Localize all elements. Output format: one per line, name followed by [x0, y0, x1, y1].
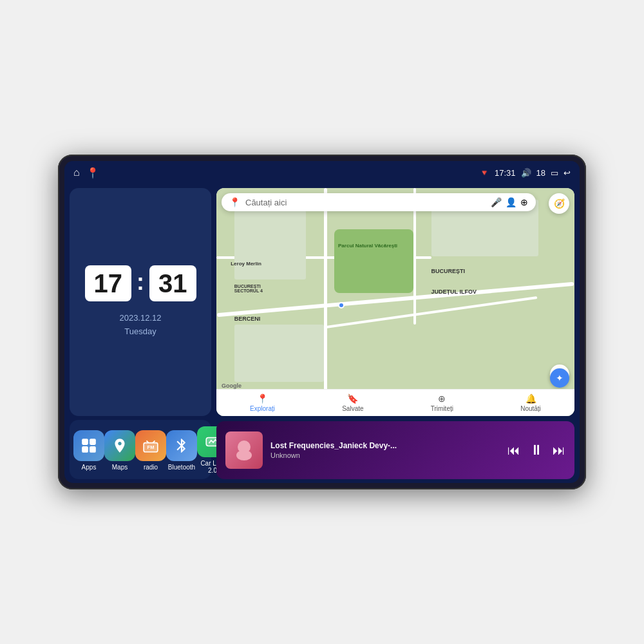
- svg-text:FM: FM: [147, 444, 155, 450]
- app-item-radio[interactable]: FM radio: [135, 430, 166, 471]
- account-icon[interactable]: 👤: [506, 197, 516, 207]
- back-icon[interactable]: ↩: [564, 168, 571, 178]
- clock-hours: 17: [85, 265, 132, 301]
- explore-icon: 📍: [257, 393, 268, 404]
- app-item-maps[interactable]: Maps: [104, 430, 135, 471]
- next-button[interactable]: ⏭: [553, 443, 565, 458]
- home-icon[interactable]: ⌂: [73, 167, 80, 178]
- explore-label: Explorați: [250, 405, 275, 412]
- bluetooth-label: Bluetooth: [168, 464, 195, 471]
- svg-rect-3: [90, 446, 96, 453]
- apps-label: Apps: [82, 464, 97, 471]
- music-controls: ⏮ ⏸ ⏭: [507, 442, 565, 459]
- map-bottom-nav: 📍 Explorați 🔖 Salvate ⊕ Trimiteți 🔔: [216, 389, 574, 416]
- app-item-apps[interactable]: Apps: [73, 430, 104, 471]
- svg-rect-0: [82, 439, 88, 445]
- saved-label: Salvate: [342, 405, 363, 412]
- map-navigate-button[interactable]: ✦: [550, 368, 569, 388]
- music-album-art: [225, 431, 263, 469]
- maps-label: Maps: [112, 464, 128, 471]
- svg-rect-2: [82, 446, 88, 453]
- saved-icon: 🔖: [347, 393, 358, 404]
- device: ⌂ 📍 🔻 17:31 🔊 18 ▭ ↩ 17 :: [58, 155, 586, 489]
- prev-button[interactable]: ⏮: [507, 443, 520, 458]
- album-art-image: [225, 431, 263, 469]
- news-icon: 🔔: [526, 393, 536, 404]
- maps-pin-icon: 📍: [229, 197, 240, 207]
- music-info: Lost Frequencies_Janieck Devy-... Unknow…: [270, 441, 500, 459]
- main-content: 17 : 31 2023.12.12 Tuesday: [64, 184, 580, 483]
- radio-label: radio: [144, 464, 158, 471]
- map-search-text[interactable]: Căutați aici: [245, 198, 486, 207]
- status-bar: ⌂ 📍 🔻 17:31 🔊 18 ▭ ↩: [64, 161, 580, 184]
- clock-minutes: 31: [149, 265, 196, 301]
- signal-icon: 🔻: [479, 168, 489, 178]
- apps-row: Apps Maps: [70, 420, 211, 479]
- status-time: 17:31: [495, 168, 516, 178]
- clock-display: 17 : 31: [85, 265, 196, 301]
- app-item-bluetooth[interactable]: Bluetooth: [166, 430, 197, 471]
- google-logo: Google: [222, 383, 242, 389]
- music-widget: Lost Frequencies_Janieck Devy-... Unknow…: [216, 421, 574, 479]
- maps-icon: [104, 430, 135, 461]
- map-nav-saved[interactable]: 🔖 Salvate: [342, 393, 363, 412]
- clock-widget: 17 : 31 2023.12.12 Tuesday: [70, 188, 211, 416]
- clock-colon: :: [137, 269, 144, 296]
- play-pause-button[interactable]: ⏸: [529, 442, 544, 459]
- status-left: ⌂ 📍: [73, 167, 99, 179]
- apps-icon: [73, 430, 104, 461]
- map-search-bar[interactable]: 📍 Căutați aici 🎤 👤 ⊕: [222, 193, 536, 211]
- battery-level: 18: [536, 168, 545, 178]
- music-artist: Unknown: [270, 451, 500, 459]
- map-background: TRAPEZULUI BUCUREȘTI JUDEȚUL ILFOV BERCE…: [216, 188, 574, 416]
- right-panel: TRAPEZULUI BUCUREȘTI JUDEȚUL ILFOV BERCE…: [216, 188, 574, 479]
- music-title: Lost Frequencies_Janieck Devy-...: [270, 441, 500, 450]
- left-panel: 17 : 31 2023.12.12 Tuesday: [70, 188, 211, 479]
- volume-icon: 🔊: [521, 168, 531, 178]
- map-location-marker: [338, 302, 345, 308]
- news-label: Noutăți: [520, 405, 541, 412]
- map-search-icons: 🎤 👤 ⊕: [491, 197, 528, 207]
- compass-icon: 🧭: [554, 198, 565, 209]
- layers-icon[interactable]: ⊕: [520, 197, 528, 207]
- bluetooth-icon: [166, 430, 197, 461]
- svg-point-10: [236, 450, 252, 460]
- map-nav-news[interactable]: 🔔 Noutăți: [520, 393, 541, 412]
- battery-icon: ▭: [551, 168, 558, 178]
- location-icon[interactable]: 📍: [86, 167, 99, 179]
- send-icon: ⊕: [438, 393, 446, 404]
- map-widget[interactable]: TRAPEZULUI BUCUREȘTI JUDEȚUL ILFOV BERCE…: [216, 188, 574, 416]
- microphone-icon[interactable]: 🎤: [491, 197, 502, 207]
- status-right: 🔻 17:31 🔊 18 ▭ ↩: [479, 168, 571, 178]
- send-label: Trimiteți: [431, 405, 453, 412]
- map-nav-send[interactable]: ⊕ Trimiteți: [431, 393, 453, 412]
- device-screen: ⌂ 📍 🔻 17:31 🔊 18 ▭ ↩ 17 :: [64, 161, 580, 483]
- radio-icon: FM: [135, 430, 166, 461]
- map-nav-explore[interactable]: 📍 Explorați: [250, 393, 275, 412]
- map-compass-button[interactable]: 🧭: [549, 193, 569, 214]
- clock-date: 2023.12.12 Tuesday: [119, 312, 161, 339]
- svg-rect-1: [90, 439, 96, 445]
